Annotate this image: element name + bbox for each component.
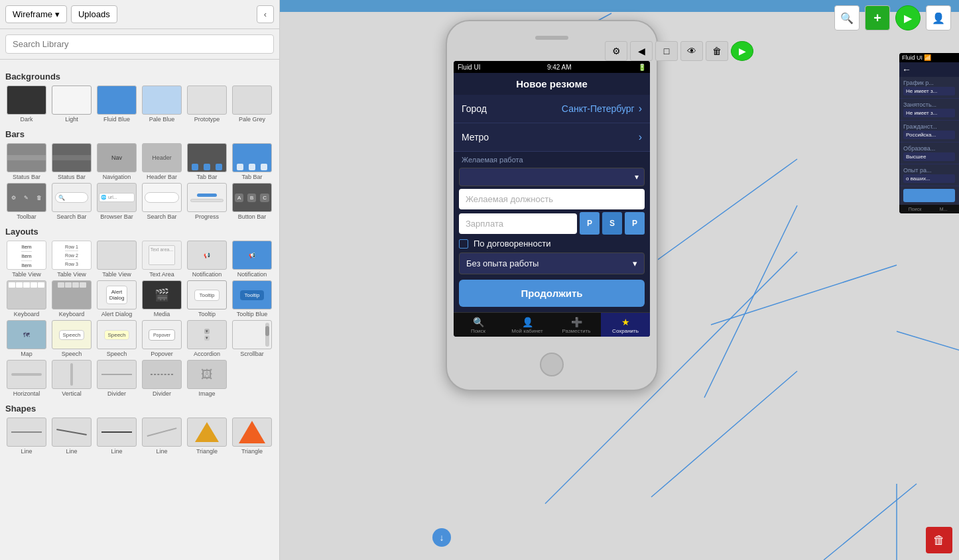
- metro-row[interactable]: Метро ›: [454, 123, 650, 152]
- desired-work-label: Желаемая работа: [454, 152, 650, 165]
- list-item[interactable]: ▾ ▾ Accordion: [186, 320, 228, 357]
- fluid-blue-preview: [97, 85, 137, 115]
- list-item[interactable]: 🖼 Image: [186, 360, 228, 397]
- desired-work-select[interactable]: ▾: [459, 168, 645, 186]
- tab-cabinet[interactable]: 👤 Мой кабинет: [503, 313, 552, 337]
- list-item[interactable]: Horizontal: [5, 360, 48, 397]
- top-toolbar: 🔍 + ▶ 👤: [826, 0, 959, 36]
- currency-btn-p1[interactable]: P: [580, 212, 600, 235]
- list-item[interactable]: 🌐 url... Browser Bar: [96, 183, 138, 220]
- wireframe-button[interactable]: Wireframe ▾: [5, 5, 67, 23]
- negotiable-row[interactable]: По договоренности: [459, 239, 645, 249]
- list-item[interactable]: Pale Blue: [141, 85, 183, 123]
- list-item[interactable]: Header Header Bar: [141, 143, 183, 180]
- city-row[interactable]: Город Санкт-Петербург ›: [454, 95, 650, 123]
- list-item[interactable]: Line: [141, 418, 183, 455]
- currency-btn-p2[interactable]: P: [625, 212, 645, 235]
- list-item[interactable]: 🗺 Map: [5, 320, 48, 357]
- zoom-button[interactable]: 🔍: [834, 5, 860, 30]
- cabinet-tab-label: Мой кабинет: [511, 328, 543, 334]
- tab-search[interactable]: 🔍 Поиск: [454, 313, 503, 337]
- list-item[interactable]: Item Item Item Table View: [5, 241, 48, 278]
- list-item[interactable]: Nav Navigation: [96, 143, 138, 180]
- scroll-down-icon: ↓: [440, 532, 444, 543]
- currency-btn-s[interactable]: S: [602, 212, 622, 235]
- play-toolbar-btn[interactable]: ▶: [731, 41, 753, 61]
- list-item[interactable]: Tab Bar: [231, 143, 273, 180]
- delete-button[interactable]: 🗑: [926, 527, 952, 553]
- add-button[interactable]: +: [865, 5, 890, 30]
- list-item[interactable]: AlertDialog Alert Dialog: [96, 280, 138, 317]
- cabinet-tab-icon: 👤: [522, 317, 533, 327]
- list-item[interactable]: Status Bar: [5, 143, 48, 180]
- dark-preview: [7, 85, 46, 115]
- bars-title: Bars: [5, 129, 274, 139]
- right-panel-back-icon[interactable]: ←: [902, 64, 911, 75]
- uploads-button[interactable]: Uploads: [71, 5, 117, 23]
- play-icon: ▶: [904, 12, 912, 25]
- list-item[interactable]: Divider: [141, 360, 183, 397]
- bars-grid: Status Bar Status Bar Nav Navigation Hea…: [5, 143, 274, 220]
- play-button[interactable]: ▶: [895, 5, 921, 30]
- screen-toolbar-btn[interactable]: □: [655, 41, 678, 61]
- list-item[interactable]: Speech Speech: [50, 320, 93, 357]
- right-panel-tab-search[interactable]: Поиск: [901, 207, 929, 211]
- list-item[interactable]: Divider: [96, 360, 138, 397]
- right-panel-row-2: Занятость... Не имеет з...: [899, 99, 959, 121]
- list-item[interactable]: ⚙✎🗑 Toolbar: [5, 183, 48, 220]
- collapse-button[interactable]: ‹: [257, 5, 274, 23]
- list-item[interactable]: Keyboard: [5, 280, 48, 317]
- salary-input[interactable]: Зарплата: [459, 213, 577, 234]
- experience-select[interactable]: Без опыта работы ▾: [459, 252, 645, 274]
- list-item[interactable]: Progress: [186, 183, 228, 220]
- list-item[interactable]: Prototype: [186, 85, 228, 123]
- list-item[interactable]: Triangle: [186, 418, 228, 455]
- list-item[interactable]: Fluid Blue: [96, 85, 138, 123]
- list-item[interactable]: 🎬 Media: [141, 280, 183, 317]
- list-item[interactable]: Dark: [5, 85, 48, 123]
- list-item[interactable]: Text area... Text Area: [141, 241, 183, 278]
- scroll-indicator[interactable]: ↓: [432, 528, 451, 547]
- settings-toolbar-btn[interactable]: ⚙: [605, 41, 627, 61]
- list-item[interactable]: Tooltip Tooltip Blue: [231, 280, 273, 317]
- list-item[interactable]: Popover Popover: [141, 320, 183, 357]
- right-panel-wifi-icon: 📶: [924, 54, 931, 61]
- phone-home-button[interactable]: [540, 353, 564, 376]
- list-item[interactable]: Tab Bar: [186, 143, 228, 180]
- right-panel-tab-m[interactable]: М...: [929, 207, 958, 211]
- list-item[interactable]: Vertical: [50, 360, 93, 397]
- list-item[interactable]: 📢 Notification: [186, 241, 228, 278]
- list-item[interactable]: Search Bar: [141, 183, 183, 220]
- user-button[interactable]: 👤: [926, 5, 951, 30]
- signal-text: Fluid UI: [458, 64, 480, 71]
- list-item[interactable]: Triangle: [231, 418, 273, 455]
- list-item[interactable]: 📢 Notification: [231, 241, 273, 278]
- list-item[interactable]: Speech Speech: [96, 320, 138, 357]
- list-item[interactable]: Pale Grey: [231, 85, 273, 123]
- list-item[interactable]: 🔍 Search Bar: [50, 183, 93, 220]
- list-item[interactable]: Line: [50, 418, 93, 455]
- delete-toolbar-btn[interactable]: 🗑: [706, 41, 728, 61]
- list-item[interactable]: Light: [50, 85, 93, 123]
- list-item[interactable]: Table View: [96, 241, 138, 278]
- tab-save[interactable]: ★ Сохранить: [601, 313, 650, 337]
- preview-toolbar-btn[interactable]: 👁: [680, 41, 703, 61]
- experience-value: Без опыта работы: [466, 258, 539, 268]
- desired-position-input[interactable]: Желаемая должность: [459, 189, 645, 209]
- search-input[interactable]: [5, 34, 274, 54]
- negotiable-checkbox[interactable]: [459, 239, 468, 249]
- list-item[interactable]: Scrollbar: [231, 320, 273, 357]
- tab-post[interactable]: ➕ Разместить: [552, 313, 601, 337]
- list-item[interactable]: Keyboard: [50, 280, 93, 317]
- list-item[interactable]: Row 1 Row 2 Row 3 Table View: [50, 241, 93, 278]
- metro-label: Метро: [462, 132, 489, 142]
- list-item[interactable]: Tooltip Tooltip: [186, 280, 228, 317]
- list-item[interactable]: Line: [96, 418, 138, 455]
- continue-button[interactable]: Продолжить: [459, 280, 645, 307]
- back-toolbar-btn[interactable]: ◀: [630, 41, 653, 61]
- list-item[interactable]: A B C Button Bar: [231, 183, 273, 220]
- right-panel-blue-btn[interactable]: [903, 189, 955, 202]
- list-item[interactable]: Status Bar: [50, 143, 93, 180]
- city-value-group: Санкт-Петербург ›: [562, 103, 642, 115]
- list-item[interactable]: Line: [5, 418, 48, 455]
